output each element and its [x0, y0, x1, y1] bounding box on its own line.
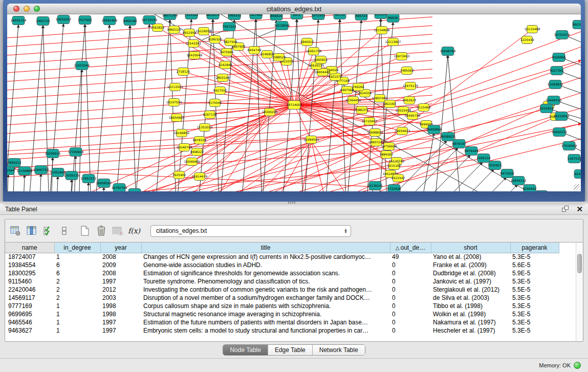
graph-node-teal[interactable]: 19218596: [274, 21, 290, 30]
graph-node-teal[interactable]: 9329966: [552, 53, 566, 62]
graph-node-yellow[interactable]: 8878334: [193, 137, 207, 144]
minimize-window-icon[interactable]: [24, 6, 30, 12]
graph-node-teal[interactable]: 10655257: [56, 15, 72, 24]
graph-node-teal[interactable]: 7515526: [185, 14, 199, 19]
graph-node-yellow[interactable]: 19654923: [395, 127, 410, 135]
graph-node-teal[interactable]: 846616: [270, 14, 282, 20]
graph-node-teal[interactable]: 10719155: [142, 16, 158, 25]
table-row[interactable]: 1872400712008Changes of HCN gene express…: [5, 253, 559, 261]
graph-node-yellow[interactable]: 9827508: [224, 38, 237, 46]
graph-node-teal[interactable]: 10654112: [511, 177, 527, 185]
graph-node-yellow[interactable]: 7955812: [314, 56, 328, 64]
graph-node-yellow[interactable]: 8912954: [183, 29, 197, 37]
graph-node-teal[interactable]: 12444150: [546, 96, 562, 105]
graph-node-teal[interactable]: 1167533: [568, 155, 581, 163]
graph-node-yellow[interactable]: 10688609: [367, 129, 383, 137]
table-row[interactable]: 946554611997Estimation of the future num…: [5, 318, 559, 326]
column-header-in_degree[interactable]: in_degree: [54, 243, 100, 253]
graph-node-teal[interactable]: 892342: [573, 20, 581, 29]
graph-node-teal[interactable]: 12923446: [127, 189, 143, 192]
graph-node-yellow[interactable]: 1615182: [387, 162, 401, 170]
close-window-icon[interactable]: [13, 6, 19, 12]
graph-node-teal[interactable]: 1527602: [249, 14, 263, 19]
graph-node-teal[interactable]: 16210643: [554, 112, 570, 121]
graph-node-yellow[interactable]: 8498222: [190, 148, 204, 156]
graph-node-yellow[interactable]: 16914479: [192, 173, 208, 181]
float-panel-icon[interactable]: [562, 206, 569, 212]
graph-node-yellow[interactable]: 12213967: [385, 38, 401, 46]
citation-network-graph[interactable]: 1615480812213967109734937485063129751359…: [7, 14, 581, 191]
graph-node-teal[interactable]: 16409954: [426, 125, 442, 134]
network-window-titlebar[interactable]: citations_edges.txt: [7, 4, 581, 14]
graph-node-yellow[interactable]: 746266: [353, 83, 364, 91]
graph-node-yellow[interactable]: 8186328: [208, 36, 222, 43]
table-row[interactable]: 2242004622012Investigating the contribut…: [5, 286, 559, 294]
graph-node-teal[interactable]: 1065532: [228, 14, 242, 20]
graph-node-yellow[interactable]: 7625402: [172, 171, 186, 179]
column-header-pagerank[interactable]: pagerank: [510, 243, 559, 253]
graph-node-teal[interactable]: 16782759: [112, 184, 127, 192]
graph-node-teal[interactable]: 55723: [334, 14, 346, 19]
zoom-window-icon[interactable]: [34, 6, 40, 12]
graph-node-teal[interactable]: 7957224: [223, 23, 236, 31]
graph-node-yellow[interactable]: 9146821: [260, 51, 274, 58]
table-row[interactable]: 1938455462009Genome-wide association stu…: [5, 261, 559, 269]
graph-node-teal[interactable]: 9245652: [523, 185, 537, 192]
graph-node-teal[interactable]: 11156869: [17, 167, 33, 176]
graph-node-yellow[interactable]: 7485063: [400, 67, 414, 75]
tab-node-table[interactable]: Node Table: [223, 345, 268, 355]
graph-node-yellow[interactable]: 9115460: [417, 104, 431, 112]
graph-node-yellow[interactable]: 12213343: [167, 83, 183, 91]
graph-node-yellow[interactable]: 18724007: [287, 101, 302, 110]
graph-node-teal[interactable]: 924565: [574, 170, 581, 179]
graph-node-yellow[interactable]: 15226058: [196, 28, 212, 35]
graph-node-teal[interactable]: 16671358: [162, 14, 178, 20]
graph-node-teal[interactable]: 17359924: [68, 148, 84, 157]
graph-node-yellow[interactable]: 7663822: [151, 24, 165, 32]
memory-ok-indicator-icon[interactable]: [574, 362, 581, 369]
graph-node-yellow[interactable]: 9242848: [219, 61, 232, 69]
graph-node-yellow[interactable]: 9884067: [380, 151, 394, 159]
graph-node-teal[interactable]: 8471626: [500, 169, 514, 178]
delete-button[interactable]: [94, 223, 108, 238]
graph-node-teal[interactable]: 15751074: [554, 31, 570, 39]
graph-node-teal[interactable]: 15692371: [552, 128, 568, 137]
graph-node-teal[interactable]: 391594: [7, 166, 14, 175]
graph-node-teal[interactable]: 1527602: [78, 16, 92, 25]
column-header-name[interactable]: name: [5, 243, 54, 253]
graph-node-yellow[interactable]: 2522547: [391, 174, 405, 182]
tab-network-table[interactable]: Network Table: [312, 345, 365, 355]
column-chooser-button[interactable]: [25, 223, 39, 238]
network-canvas[interactable]: 1615480812213967109734937485063129751359…: [7, 14, 581, 191]
graph-node-yellow[interactable]: 8267130: [203, 111, 217, 119]
graph-node-teal[interactable]: 86639: [387, 14, 399, 23]
graph-node-teal[interactable]: 8938923: [441, 133, 455, 141]
graph-node-yellow[interactable]: 10543392: [186, 40, 202, 48]
new-file-button[interactable]: [78, 223, 92, 238]
graph-node-yellow[interactable]: 2803144: [216, 74, 230, 82]
graph-node-teal[interactable]: 16958167: [96, 179, 112, 188]
graph-node-teal[interactable]: 9474444: [465, 147, 478, 156]
graph-node-yellow[interactable]: 4170046: [208, 99, 222, 107]
graph-node-teal[interactable]: 12093832: [548, 80, 563, 89]
table-scroll-area[interactable]: namein_degreeyeartitle△out_de…shortpager…: [5, 243, 576, 341]
graph-node-yellow[interactable]: 15720407: [362, 118, 378, 125]
graph-node-yellow[interactable]: 1840910: [300, 38, 314, 46]
graph-node-yellow[interactable]: 9463627: [403, 97, 417, 104]
close-panel-icon[interactable]: ✕: [576, 206, 583, 213]
graph-node-yellow[interactable]: 11353554: [197, 124, 213, 132]
table-settings-button[interactable]: [8, 223, 23, 238]
column-header-out_de[interactable]: △out_de…: [390, 243, 431, 253]
graph-node-teal[interactable]: 17016504: [561, 142, 577, 150]
graph-node-teal[interactable]: 5972: [291, 14, 303, 19]
table-row[interactable]: 977716911998Corpus callosum shape and si…: [5, 302, 559, 310]
scrollbar-thumb[interactable]: [577, 254, 582, 273]
graph-node-yellow[interactable]: 7986372: [355, 106, 369, 114]
graph-node-teal[interactable]: 12942757: [33, 166, 49, 174]
tab-edge-table[interactable]: Edge Table: [268, 345, 312, 355]
graph-node-yellow[interactable]: 16154808: [374, 27, 390, 34]
graph-node-yellow[interactable]: 1588520: [272, 54, 286, 61]
graph-node-yellow[interactable]: 2718126: [177, 68, 190, 76]
graph-node-teal[interactable]: 16648784: [440, 47, 456, 56]
graph-node-teal[interactable]: 9383921: [535, 191, 549, 192]
